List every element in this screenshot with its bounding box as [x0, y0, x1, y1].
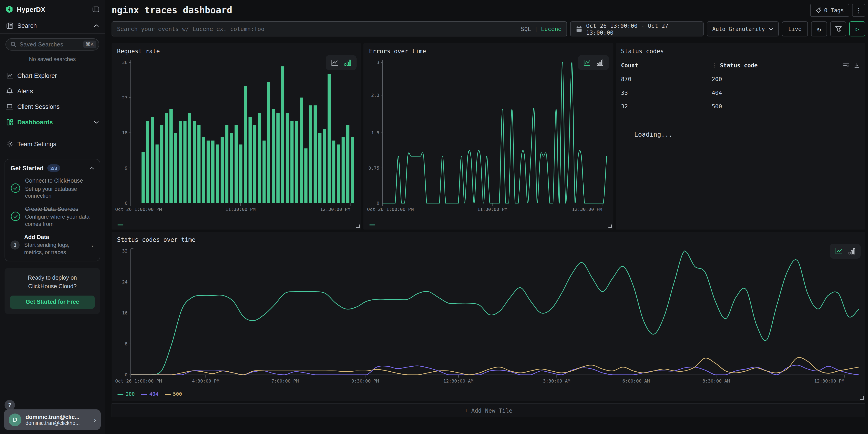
tile-errors-over-time: Errors over time 00.751.52.33Oct 26 1:00…: [364, 43, 613, 229]
svg-text:3: 3: [377, 60, 379, 65]
gear-icon: [6, 140, 13, 148]
table-row[interactable]: 33 404: [621, 89, 860, 96]
status-codes-over-time-chart[interactable]: 08162432Oct 26 1:00:00 PM4:30:00 PM7:00:…: [114, 246, 862, 385]
run-query-button[interactable]: ▷: [849, 22, 865, 36]
step-desc: Set up your database connection: [25, 186, 94, 200]
column-drag-handle-icon[interactable]: ⋮: [712, 62, 716, 68]
add-new-tile-button[interactable]: + Add New Tile: [112, 403, 865, 417]
tags-button[interactable]: 0 Tags: [810, 4, 849, 17]
saved-searches-placeholder: Saved Searches: [20, 41, 80, 48]
svg-text:11:30:00 PM: 11:30:00 PM: [477, 207, 507, 212]
laptop-icon: [6, 103, 13, 110]
get-started-step-3[interactable]: 3 Add Data Start sending logs, metrics, …: [10, 234, 94, 256]
download-csv-icon[interactable]: [854, 62, 860, 68]
sidebar-item-label: Dashboards: [17, 119, 90, 125]
line-view-icon[interactable]: [835, 248, 842, 255]
cell-status-code: 200: [712, 75, 722, 83]
resize-handle[interactable]: [608, 224, 612, 228]
legend-item[interactable]: [370, 224, 375, 225]
legend-item[interactable]: [118, 224, 123, 225]
help-button[interactable]: ?: [5, 400, 15, 410]
loading-indicator: Loading...: [634, 131, 860, 138]
hyperdx-logo-icon: [5, 5, 13, 13]
svg-text:12:30:00 PM: 12:30:00 PM: [320, 207, 350, 212]
svg-text:0: 0: [125, 372, 127, 377]
more-options-button[interactable]: ⋮: [852, 4, 865, 17]
svg-text:24: 24: [122, 279, 127, 285]
step-title: Connect to ClickHouse: [25, 178, 94, 185]
svg-text:16: 16: [122, 310, 127, 316]
main-content: nginx traces dashboard 0 Tags ⋮ Search y…: [105, 0, 868, 434]
progress-badge: 2/3: [48, 164, 60, 172]
svg-text:9:30:00 PM: 9:30:00 PM: [351, 378, 379, 384]
chart-view-toggle: [326, 55, 357, 70]
request-rate-chart[interactable]: 09182736Oct 26 1:00:00 PM11:30:00 PM12:3…: [114, 58, 358, 213]
bar-view-icon[interactable]: [344, 59, 351, 66]
legend-swatch: [141, 394, 147, 395]
legend-item[interactable]: 404: [141, 391, 158, 397]
collapse-sidebar-icon[interactable]: [92, 6, 99, 12]
granularity-select[interactable]: Auto Granularity: [707, 22, 779, 36]
resize-handle[interactable]: [356, 224, 360, 228]
sidebar-item-label: Client Sessions: [17, 103, 99, 110]
table-row[interactable]: 870 200: [621, 75, 860, 83]
legend-item[interactable]: 500: [165, 391, 182, 397]
cell-status-code: 500: [712, 103, 722, 110]
line-view-icon[interactable]: [331, 59, 339, 66]
event-search-input[interactable]: Search your events w/ Lucene ex. column:…: [112, 22, 567, 36]
table-row[interactable]: 32 500: [621, 103, 860, 110]
legend-label: 200: [126, 391, 135, 397]
step-title: Add Data: [24, 234, 83, 241]
column-header-count[interactable]: Count: [621, 62, 712, 69]
get-started-free-button[interactable]: Get Started for Free: [10, 295, 95, 309]
svg-text:9: 9: [125, 165, 127, 171]
legend-item[interactable]: 200: [118, 391, 135, 397]
filter-button[interactable]: [830, 22, 846, 36]
brand-name: HyperDX: [17, 6, 89, 13]
line-view-icon[interactable]: [583, 59, 590, 66]
sidebar-item-alerts[interactable]: Alerts: [0, 83, 105, 99]
chart-legend: 200404500: [118, 391, 182, 397]
lucene-toggle[interactable]: Lucene: [541, 26, 561, 32]
svg-text:0: 0: [125, 200, 127, 206]
logo-row: HyperDX: [0, 0, 105, 18]
saved-searches-input[interactable]: Saved Searches ⌘K: [5, 38, 99, 51]
bar-view-icon[interactable]: [596, 59, 603, 66]
sql-toggle[interactable]: SQL: [521, 26, 531, 32]
resize-handle[interactable]: [860, 396, 864, 400]
get-started-header[interactable]: Get Started 2/3: [10, 164, 94, 172]
chart-explorer-icon: [6, 72, 13, 79]
get-started-step-2[interactable]: Create Data Sources Configure where your…: [10, 206, 94, 228]
dashboard-row-2: Status codes over time 08162432Oct 26 1:…: [112, 232, 865, 401]
svg-text:27: 27: [122, 95, 127, 100]
status-codes-table: Count ⋮ Status code: [621, 62, 860, 110]
sidebar-item-dashboards[interactable]: Dashboards: [0, 114, 105, 130]
svg-text:4:30:00 PM: 4:30:00 PM: [192, 378, 219, 384]
date-range-picker[interactable]: Oct 26 13:00:00 - Oct 27 13:00:00: [570, 22, 704, 36]
get-started-step-1[interactable]: Connect to ClickHouse Set up your databa…: [10, 178, 94, 200]
column-header-status-code[interactable]: Status code: [720, 62, 758, 69]
tile-title: Request rate: [117, 48, 356, 55]
sidebar-item-team-settings[interactable]: Team Settings: [0, 136, 105, 152]
refresh-button[interactable]: ↻: [811, 22, 827, 36]
wrap-rows-icon[interactable]: [843, 62, 849, 68]
sidebar-item-client-sessions[interactable]: Client Sessions: [0, 99, 105, 114]
svg-text:Oct 26 1:00:00 PM: Oct 26 1:00:00 PM: [115, 378, 162, 384]
svg-text:Oct 26 1:00:00 PM: Oct 26 1:00:00 PM: [367, 207, 414, 212]
user-name: dominic.tran@clic...: [26, 414, 90, 420]
sidebar-item-search[interactable]: Search: [0, 18, 105, 34]
live-button[interactable]: Live: [782, 22, 808, 36]
saved-searches-wrap: Saved Searches ⌘K: [0, 34, 105, 52]
errors-over-time-chart[interactable]: 00.751.52.33Oct 26 1:00:00 PM11:30:00 PM…: [366, 58, 610, 213]
table-header: Count ⋮ Status code: [621, 62, 860, 69]
tile-status-codes-over-time: Status codes over time 08162432Oct 26 1:…: [112, 232, 865, 401]
tag-icon: [815, 7, 821, 13]
svg-text:8:30:00 AM: 8:30:00 AM: [703, 378, 730, 384]
bar-view-icon[interactable]: [848, 248, 855, 255]
cell-count: 33: [621, 89, 712, 96]
sidebar-item-chart-explorer[interactable]: Chart Explorer: [0, 68, 105, 83]
chevron-down-icon: [769, 28, 773, 30]
lang-separator: |: [534, 26, 538, 32]
user-menu[interactable]: D dominic.tran@clic... dominic.tran@clic…: [4, 409, 101, 430]
svg-text:32: 32: [122, 248, 127, 254]
